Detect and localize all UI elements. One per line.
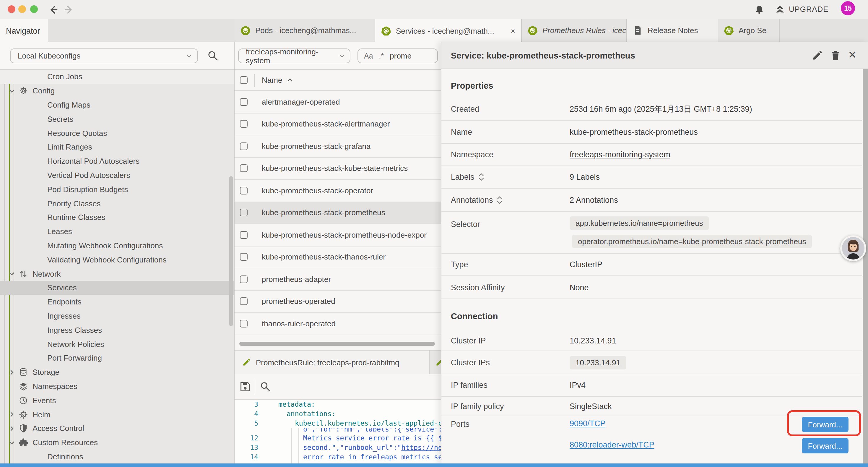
sidebar-item[interactable]: Resource Quotas bbox=[0, 126, 234, 140]
editor-search-icon[interactable] bbox=[259, 381, 271, 392]
upgrade-button[interactable]: UPGRADE bbox=[775, 4, 829, 14]
sidebar-item[interactable]: Network bbox=[0, 267, 234, 281]
tree-chevron-icon[interactable] bbox=[28, 213, 37, 222]
sidebar-item[interactable]: Port Forwarding bbox=[0, 351, 234, 365]
regex-toggle[interactable]: .* bbox=[379, 52, 384, 60]
table-row[interactable]: prometheus-adapter bbox=[235, 268, 441, 291]
edit-service-icon[interactable] bbox=[812, 50, 823, 61]
table-row[interactable]: kube-prometheus-stack-operator bbox=[235, 180, 441, 202]
table-row[interactable]: kube-prometheus-stack-thanos-ruler bbox=[235, 246, 441, 268]
sidebar-item[interactable]: Ingresses bbox=[0, 309, 234, 323]
sidebar-item[interactable]: Leases bbox=[0, 225, 234, 239]
tree-chevron-icon[interactable] bbox=[28, 101, 37, 109]
search-input[interactable]: Aa .* prome bbox=[358, 49, 438, 63]
avatar[interactable] bbox=[840, 235, 866, 261]
namespace-filter-dropdown[interactable]: freeleaps-monitoring-system bbox=[238, 49, 350, 63]
table-row[interactable]: kube-prometheus-stack-prometheus-node-ex… bbox=[235, 224, 441, 246]
tree-chevron-icon[interactable] bbox=[8, 410, 16, 418]
tree-chevron-icon[interactable] bbox=[28, 199, 37, 207]
tree-chevron-icon[interactable] bbox=[8, 425, 16, 433]
sidebar-item[interactable]: Endpoints bbox=[0, 295, 234, 309]
notification-count-badge[interactable]: 15 bbox=[841, 1, 855, 16]
select-all-checkbox[interactable] bbox=[240, 76, 248, 84]
port-link-8080[interactable]: 8080:reloader-web/TCP bbox=[569, 440, 654, 449]
table-row[interactable]: kube-prometheus-stack-alertmanager bbox=[235, 113, 441, 135]
save-icon[interactable] bbox=[239, 381, 251, 392]
tree-chevron-icon[interactable] bbox=[28, 256, 37, 264]
close-tab-icon[interactable]: × bbox=[508, 26, 515, 35]
horizontal-scrollbar[interactable] bbox=[239, 342, 435, 346]
app-tab[interactable]: Prometheus Rules - icecheng... bbox=[522, 19, 627, 42]
table-row[interactable]: kube-prometheus-stack-grafana bbox=[235, 135, 441, 157]
sidebar-item[interactable]: Access Control bbox=[0, 421, 234, 436]
sidebar-item[interactable]: Custom Resources bbox=[0, 435, 234, 449]
namespace-link[interactable]: freeleaps-monitoring-system bbox=[569, 150, 670, 159]
row-checkbox[interactable] bbox=[240, 253, 248, 261]
tree-chevron-icon[interactable] bbox=[28, 312, 37, 320]
app-tab[interactable]: Services - icecheng@math... × bbox=[375, 19, 522, 42]
sidebar-item[interactable]: Priority Classes bbox=[0, 196, 234, 210]
tree-chevron-icon[interactable] bbox=[28, 73, 37, 81]
table-row[interactable]: alertmanager-operated bbox=[235, 91, 441, 113]
sidebar-item[interactable]: Cron Jobs bbox=[0, 70, 234, 84]
tree-chevron-icon[interactable] bbox=[28, 354, 37, 362]
match-case-toggle[interactable]: Aa bbox=[364, 52, 373, 60]
sidebar-item[interactable]: Horizontal Pod Autoscalers bbox=[0, 154, 234, 169]
tree-chevron-icon[interactable] bbox=[28, 129, 37, 137]
tree-chevron-icon[interactable] bbox=[28, 326, 37, 334]
tree-chevron-icon[interactable] bbox=[28, 185, 37, 194]
sidebar-item[interactable]: Vertical Pod Autoscalers bbox=[0, 168, 234, 182]
app-tab[interactable]: Release Notes bbox=[627, 19, 718, 42]
port-link-9090[interactable]: 9090/TCP bbox=[569, 419, 606, 428]
tree-chevron-icon[interactable] bbox=[28, 340, 37, 348]
tree-chevron-icon[interactable] bbox=[8, 438, 16, 447]
name-column-header[interactable]: Name bbox=[262, 76, 293, 85]
tree-chevron-icon[interactable] bbox=[8, 269, 16, 278]
sidebar-item[interactable]: Limit Ranges bbox=[0, 140, 234, 154]
app-tab[interactable]: Pods - icecheng@mathmas... bbox=[235, 19, 375, 42]
row-checkbox[interactable] bbox=[240, 209, 248, 217]
tree-chevron-icon[interactable] bbox=[8, 368, 16, 376]
sidebar-item[interactable]: Network Policies bbox=[0, 337, 234, 351]
sidebar-item[interactable]: Ingress Classes bbox=[0, 323, 234, 337]
sidebar-item[interactable]: Config bbox=[0, 84, 234, 98]
sidebar-item[interactable]: Storage bbox=[0, 365, 234, 379]
row-checkbox[interactable] bbox=[240, 298, 248, 305]
sidebar-item[interactable]: Mutating Webhook Configurations bbox=[0, 238, 234, 253]
row-checkbox[interactable] bbox=[240, 275, 248, 283]
row-checkbox[interactable] bbox=[240, 120, 248, 128]
expand-collapse-icon[interactable] bbox=[478, 173, 485, 181]
sidebar-item[interactable]: Namespaces bbox=[0, 379, 234, 393]
sidebar-item[interactable]: Definitions bbox=[0, 449, 234, 464]
tree-chevron-icon[interactable] bbox=[28, 227, 37, 236]
app-tab[interactable]: Argo Se bbox=[718, 19, 780, 42]
notifications-bell-icon[interactable] bbox=[754, 5, 764, 15]
row-checkbox[interactable] bbox=[240, 187, 248, 195]
sidebar-item[interactable]: Validating Webhook Configurations bbox=[0, 253, 234, 267]
tree-chevron-icon[interactable] bbox=[28, 241, 37, 250]
sidebar-item[interactable]: Helm bbox=[0, 407, 234, 421]
close-window-button[interactable] bbox=[8, 5, 16, 13]
sidebar-item[interactable]: Pod Disruption Budgets bbox=[0, 182, 234, 197]
sidebar-item[interactable]: Events bbox=[0, 393, 234, 408]
tree-chevron-icon[interactable] bbox=[28, 284, 37, 292]
yaml-editor[interactable]: 3 metadata: 4 annotations: 5 kubectl.kub… bbox=[235, 400, 441, 467]
row-checkbox[interactable] bbox=[240, 143, 248, 150]
tree-chevron-icon[interactable] bbox=[28, 453, 37, 461]
minimize-window-button[interactable] bbox=[18, 5, 26, 13]
dock-editor-tab-partial[interactable] bbox=[430, 351, 441, 374]
table-row[interactable]: kube-prometheus-stack-kube-state-metrics bbox=[235, 157, 441, 180]
close-drawer-icon[interactable]: ✕ bbox=[848, 42, 857, 68]
sidebar-item[interactable]: Runtime Classes bbox=[0, 210, 234, 225]
row-checkbox[interactable] bbox=[240, 320, 248, 327]
drawer-scrollbar[interactable] bbox=[863, 69, 868, 463]
navigator-panel-tab[interactable]: Navigator bbox=[0, 19, 48, 42]
tree-chevron-icon[interactable] bbox=[28, 298, 37, 306]
tree-chevron-icon[interactable] bbox=[28, 115, 37, 123]
row-checkbox[interactable] bbox=[240, 231, 248, 239]
tree-chevron-icon[interactable] bbox=[28, 157, 37, 165]
sidebar-item[interactable]: Services bbox=[0, 281, 234, 295]
tree-chevron-icon[interactable] bbox=[8, 396, 16, 404]
table-row[interactable]: prometheus-operated bbox=[235, 291, 441, 313]
sidebar-item[interactable]: Secrets bbox=[0, 112, 234, 126]
